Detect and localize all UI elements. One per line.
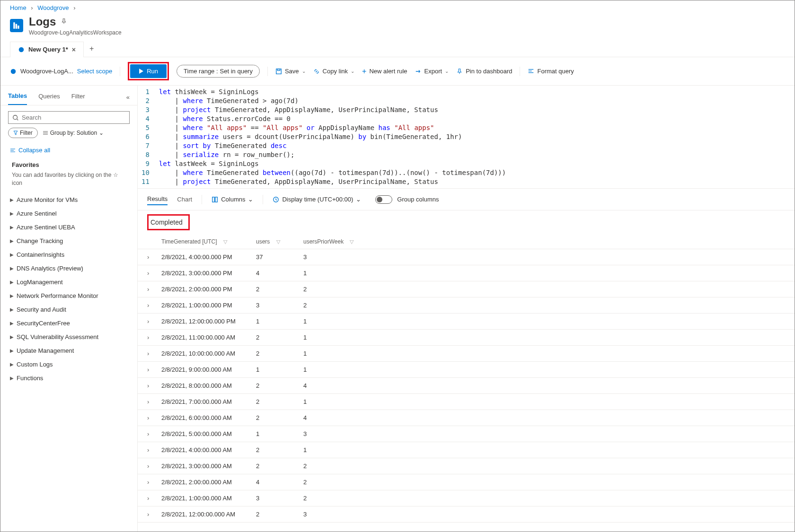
svg-rect-8 [212, 197, 214, 202]
collapse-all-icon [10, 148, 16, 153]
svg-rect-2 [18, 26, 19, 29]
search-input[interactable] [22, 114, 125, 121]
filter-icon[interactable]: ▽ [350, 239, 353, 244]
filter-icon [13, 131, 18, 135]
copy-link-button[interactable]: Copy link⌄ [313, 68, 354, 75]
query-tab[interactable]: New Query 1* × [10, 42, 84, 57]
pin-icon[interactable] [61, 18, 67, 26]
collapse-all-link[interactable]: Collapse all [0, 143, 137, 157]
export-icon [415, 68, 422, 75]
columns-icon [212, 196, 218, 203]
svg-point-4 [11, 69, 16, 74]
table-row[interactable]: ›2/8/2021, 8:00:00.000 AM24 [138, 378, 795, 394]
table-row[interactable]: ›2/8/2021, 3:00:00.000 PM41 [138, 265, 795, 281]
clock-icon [273, 196, 279, 203]
group-columns-toggle[interactable] [375, 195, 392, 204]
favorites-desc: You can add favorites by clicking on the… [12, 171, 126, 187]
time-range-picker[interactable]: Time range : Set in query [177, 65, 260, 78]
table-row[interactable]: ›2/8/2021, 7:00:00.000 AM21 [138, 394, 795, 410]
table-row[interactable]: ›2/8/2021, 9:00:00.000 AM11 [138, 362, 795, 378]
svg-point-7 [13, 115, 18, 119]
tree-item[interactable]: ▶Custom Logs [6, 358, 132, 371]
table-row[interactable]: ›2/8/2021, 12:00:00.000 PM11 [138, 314, 795, 330]
link-icon [313, 68, 320, 75]
svg-rect-9 [215, 197, 217, 202]
tree-item[interactable]: ▶DNS Analytics (Preview) [6, 262, 132, 275]
table-row[interactable]: ›2/8/2021, 5:00:00.000 AM13 [138, 426, 795, 442]
columns-button[interactable]: Columns⌄ [212, 196, 253, 203]
scope-label: Woodgrove-LogA... [20, 68, 73, 75]
col-header-users[interactable]: users ▽ [256, 238, 303, 245]
tree-item[interactable]: ▶Update Management [6, 344, 132, 358]
table-row[interactable]: ›2/8/2021, 1:00:00.000 PM32 [138, 297, 795, 314]
table-row[interactable]: ›2/8/2021, 6:00:00.000 AM24 [138, 410, 795, 426]
table-row[interactable]: ›2/8/2021, 4:00:00.000 PM373 [138, 249, 795, 265]
svg-rect-6 [277, 69, 280, 70]
table-row[interactable]: ›2/8/2021, 3:00:00.000 AM22 [138, 458, 795, 474]
display-time-dropdown[interactable]: Display time (UTC+00:00)⌄ [273, 196, 361, 203]
tree-item[interactable]: ▶SecurityCenterFree [6, 316, 132, 330]
query-editor[interactable]: let thisWeek = SigninLogs | where TimeGe… [155, 86, 795, 188]
pin-icon [456, 68, 463, 75]
export-button[interactable]: Export⌄ [415, 68, 449, 75]
tab-queries[interactable]: Queries [38, 90, 60, 105]
tree-item[interactable]: ▶Functions [6, 371, 132, 385]
select-scope-link[interactable]: Select scope [77, 68, 112, 75]
page-subtitle: Woodgrove-LogAnalyiticsWorkspace [29, 29, 122, 36]
format-icon [528, 68, 534, 75]
tree-item[interactable]: ▶LogManagement [6, 275, 132, 289]
filter-icon[interactable]: ▽ [223, 239, 227, 244]
tree-item[interactable]: ▶SQL Vulnerability Assessment [6, 330, 132, 344]
breadcrumb-workspace[interactable]: Woodgrove [37, 4, 69, 11]
page-title: Logs [29, 15, 56, 28]
run-button[interactable]: Run [130, 64, 167, 78]
groupby-dropdown[interactable]: Group by: Solution ⌄ [43, 130, 104, 136]
table-row[interactable]: ›2/8/2021, 2:00:00.000 AM42 [138, 474, 795, 490]
tree-item[interactable]: ▶Security and Audit [6, 303, 132, 316]
tab-tables[interactable]: Tables [8, 89, 27, 105]
table-row[interactable]: ›2/8/2021, 10:00:00.000 AM21 [138, 346, 795, 362]
table-row[interactable]: ›2/8/2021, 4:00:00.000 AM21 [138, 442, 795, 458]
format-query-button[interactable]: Format query [528, 68, 574, 75]
tree-item[interactable]: ▶Change Tracking [6, 234, 132, 248]
tree-item[interactable]: ▶ContainerInsights [6, 248, 132, 262]
table-row[interactable]: ›2/8/2021, 12:00:00.000 AM23 [138, 506, 795, 523]
breadcrumb-home[interactable]: Home [10, 4, 26, 11]
search-input-wrapper[interactable] [8, 111, 130, 124]
table-row[interactable]: ›2/8/2021, 2:00:00.000 PM22 [138, 281, 795, 297]
search-icon [12, 114, 19, 121]
favorites-heading: Favorites [12, 161, 126, 168]
col-header-prior[interactable]: usersPriorWeek ▽ [303, 238, 370, 245]
scope-icon [10, 68, 17, 75]
collapse-sidebar-icon[interactable]: « [126, 94, 130, 101]
groupby-icon [43, 131, 48, 135]
tree-item[interactable]: ▶Azure Sentinel [6, 207, 132, 220]
plus-icon: + [362, 67, 366, 76]
query-tab-label: New Query 1* [28, 46, 68, 53]
filter-pill[interactable]: Filter [8, 128, 38, 138]
close-tab-icon[interactable]: × [72, 46, 76, 53]
svg-point-3 [19, 47, 24, 52]
tab-filter[interactable]: Filter [71, 90, 85, 105]
col-header-time[interactable]: TimeGenerated [UTC] ▽ [161, 238, 256, 245]
tree-item[interactable]: ▶Azure Monitor for VMs [6, 193, 132, 207]
save-button[interactable]: Save⌄ [275, 68, 306, 75]
logs-icon [10, 19, 23, 32]
pin-dashboard-button[interactable]: Pin to dashboard [456, 68, 512, 75]
tree-item[interactable]: ▶Azure Sentinel UEBA [6, 220, 132, 234]
results-tab[interactable]: Results [147, 193, 168, 205]
svg-rect-5 [276, 69, 282, 74]
new-tab-button[interactable]: + [84, 41, 99, 57]
chart-tab[interactable]: Chart [177, 194, 192, 205]
query-tab-icon [18, 46, 25, 53]
new-alert-button[interactable]: + New alert rule [362, 67, 407, 76]
play-icon [139, 69, 144, 74]
svg-rect-0 [13, 22, 15, 29]
table-row[interactable]: ›2/8/2021, 11:00:00.000 AM21 [138, 330, 795, 346]
tree-item[interactable]: ▶Network Performance Monitor [6, 289, 132, 303]
table-row[interactable]: ›2/8/2021, 1:00:00.000 AM32 [138, 490, 795, 506]
query-status: Completed [150, 218, 183, 226]
filter-icon[interactable]: ▽ [276, 239, 280, 244]
save-icon [275, 68, 282, 75]
breadcrumb: Home › Woodgrove › [0, 0, 795, 13]
